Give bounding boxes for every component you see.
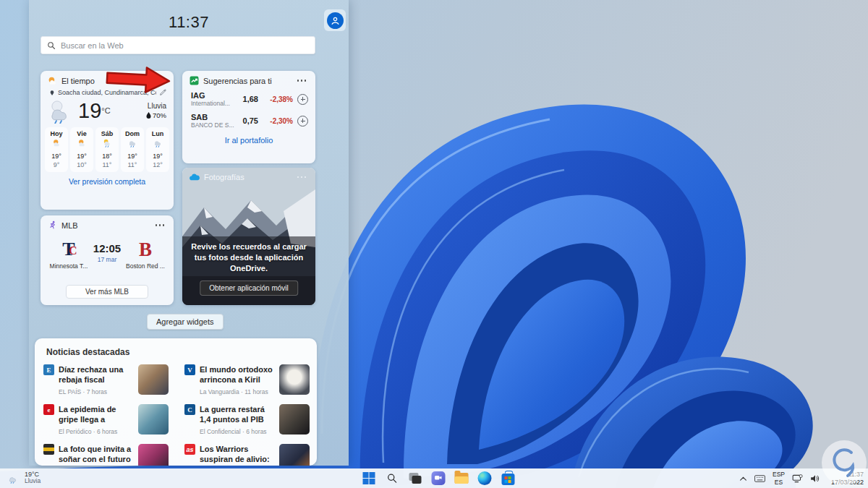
- desktop: { "panel": { "clock": "11:37", "search_p…: [0, 0, 868, 488]
- news-item[interactable]: C La guerra restará 1,4 puntos al PIB de…: [176, 400, 317, 440]
- stock-name: BANCO DE S...: [191, 121, 239, 129]
- add-widgets-button[interactable]: Agregar widgets: [147, 314, 224, 330]
- person-icon: [331, 16, 340, 25]
- diario-as-logo: as: [184, 444, 195, 455]
- news-thumbnail: [279, 444, 310, 466]
- weather-condition: Lluvia: [146, 102, 166, 110]
- stock-row[interactable]: SAB BANCO DE S... 0,75 -2,30%: [182, 110, 315, 132]
- folder-icon: [455, 473, 469, 484]
- start-button[interactable]: [362, 471, 377, 486]
- elperiodico-logo: e: [43, 404, 54, 415]
- taskbar: 19°C Lluvia: [0, 468, 868, 488]
- search-icon: [47, 41, 56, 50]
- add-stock-button[interactable]: [297, 116, 308, 127]
- news-headline: Los Warriors suspiran de alivio: Curry s…: [200, 444, 275, 465]
- red-arrow-annotation: [105, 64, 173, 98]
- boston-red-sox-logo: B: [124, 239, 166, 260]
- lavanguardia-logo: V: [184, 364, 195, 375]
- forecast-day[interactable]: Hoy 19° 9°: [45, 127, 68, 172]
- weather-unit: °C: [101, 106, 110, 115]
- photos-more-button[interactable]: [294, 174, 310, 181]
- windows-logo-icon: [362, 472, 375, 485]
- mlb-widget[interactable]: MLB TC Minnesota T... 12:05 17 mar B Bos…: [41, 215, 174, 305]
- stock-price: 1,68: [243, 95, 258, 103]
- weather-widget-icon: [48, 76, 57, 85]
- suggestions-widget[interactable]: Sugerencias para ti IAG International...…: [182, 71, 315, 163]
- mlb-game-date: 17 mar: [93, 256, 121, 263]
- raindrop-icon: [146, 112, 151, 119]
- mlb-team-boston[interactable]: B Boston Red ...: [124, 239, 166, 270]
- weather-precip: 70%: [153, 111, 166, 119]
- forecast-day[interactable]: Sáb 18° 11°: [95, 127, 119, 172]
- store-button[interactable]: [501, 471, 516, 486]
- news-item[interactable]: V El mundo ortodoxo arrincona a Kiril po…: [176, 360, 317, 400]
- taskbar-search-button[interactable]: [385, 471, 400, 486]
- solvetic-logo-icon: [830, 447, 859, 479]
- news-item[interactable]: e La epidemia de gripe llega a Catalunya…: [35, 400, 176, 440]
- news-item[interactable]: E Díaz rechaza una rebaja fiscal general…: [35, 360, 176, 400]
- panel-clock: 11:37: [29, 13, 349, 32]
- news-headline: La epidemia de gripe llega a Catalunya: [59, 404, 134, 425]
- news-source-logo: [43, 444, 54, 455]
- news-thumbnail: [138, 404, 169, 435]
- task-view-button[interactable]: [408, 471, 423, 486]
- photos-widget[interactable]: Fotografías Revive los recuerdos al carg…: [182, 168, 315, 305]
- search-input[interactable]: [61, 41, 309, 50]
- volume-icon[interactable]: [810, 474, 820, 483]
- rain-icon: [127, 138, 138, 147]
- news-headline: El mundo ortodoxo arrincona a Kiril por …: [200, 364, 275, 385]
- chat-button[interactable]: [431, 471, 446, 486]
- news-item[interactable]: La foto que invita a soñar con el futuro…: [35, 440, 176, 466]
- news-thumbnail: [279, 364, 310, 395]
- network-icon[interactable]: [792, 474, 803, 483]
- stock-symbol: SAB: [191, 113, 239, 121]
- photos-caption: Revive los recuerdos al cargar tus fotos…: [190, 241, 308, 274]
- news-headline: Díaz rechaza una rebaja fiscal generaliz…: [59, 364, 134, 385]
- see-more-mlb-button[interactable]: Ver más MLB: [66, 285, 148, 299]
- stock-name: International...: [191, 100, 239, 107]
- news-thumbnail: [138, 444, 169, 466]
- get-mobile-app-button[interactable]: Obtener aplicación móvil: [200, 281, 298, 296]
- file-explorer-button[interactable]: [454, 471, 469, 486]
- portfolio-link[interactable]: Ir al portafolio: [182, 136, 315, 145]
- weather-temp: 19: [78, 99, 101, 123]
- search-icon: [387, 473, 398, 484]
- language-switcher[interactable]: ESP ES: [773, 471, 785, 485]
- avatar: [327, 12, 344, 29]
- stock-price: 0,75: [243, 116, 258, 125]
- show-hidden-icons-chevron[interactable]: [739, 476, 747, 481]
- news-item[interactable]: as Los Warriors suspiran de alivio: Curr…: [176, 440, 317, 466]
- mlb-game-time: 12:05: [93, 242, 121, 254]
- weather-full-forecast-link[interactable]: Ver previsión completa: [41, 177, 174, 186]
- taskbar-rain-icon: [7, 472, 20, 484]
- news-meta: EL PAÍS · 7 horas: [59, 388, 134, 395]
- forecast-day[interactable]: Dom 19° 11°: [121, 127, 144, 172]
- teams-chat-icon: [432, 471, 446, 485]
- mlb-more-button[interactable]: [152, 221, 169, 229]
- rain-icon: [153, 138, 163, 147]
- stock-change: -2,38%: [263, 95, 293, 103]
- forecast-day[interactable]: Lun 19° 12°: [146, 127, 169, 172]
- forecast-day[interactable]: Vie 19° 10°: [70, 127, 93, 172]
- web-search-bar[interactable]: [41, 36, 315, 54]
- profile-button[interactable]: [324, 9, 346, 31]
- mlb-widget-title: MLB: [61, 221, 148, 230]
- elconfidencial-logo: C: [184, 404, 195, 415]
- edge-button[interactable]: [477, 471, 493, 486]
- suggestions-more-button[interactable]: [294, 77, 310, 85]
- touch-keyboard-icon[interactable]: [754, 475, 765, 482]
- stock-row[interactable]: IAG International... 1,68 -2,38%: [182, 88, 315, 110]
- stock-change: -2,30%: [263, 117, 293, 125]
- suggestions-widget-title: Sugerencias para ti: [203, 77, 289, 85]
- taskbar-weather-button[interactable]: 19°C Lluvia: [7, 471, 41, 485]
- microsoft-store-icon: [501, 474, 514, 485]
- widgets-panel: 11:37 El tiempo: [29, 0, 349, 466]
- weather-forecast: Hoy 19° 9° Vie 19° 10° Sáb 18° 11°: [41, 124, 174, 172]
- add-stock-button[interactable]: [297, 94, 308, 105]
- news-headline: La guerra restará 1,4 puntos al PIB de E…: [200, 404, 275, 425]
- mlb-team-minnesota[interactable]: TC Minnesota T...: [48, 239, 90, 270]
- stock-symbol: IAG: [191, 91, 239, 100]
- news-thumbnail: [279, 404, 310, 435]
- news-meta: La Vanguardia · 11 horas: [200, 388, 275, 395]
- edge-icon: [478, 471, 492, 485]
